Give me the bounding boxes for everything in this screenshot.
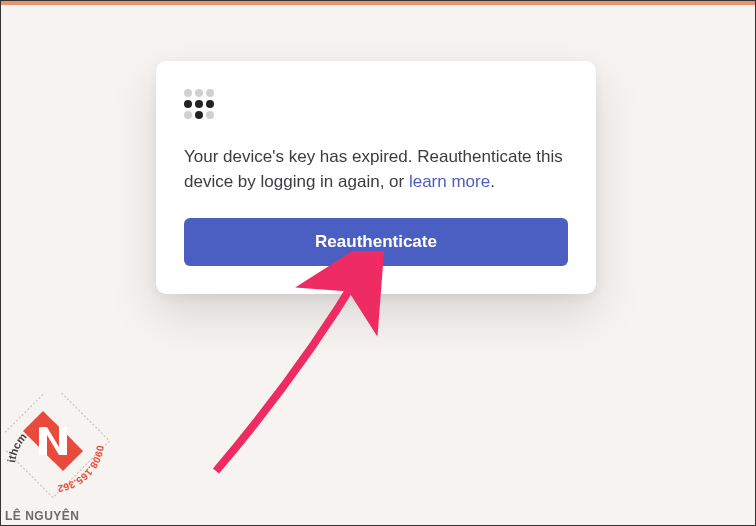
message-text-pre: Your device's key has expired. Reauthent… [184,147,563,191]
watermark-name: LÊ NGUYÊN [5,509,135,523]
reauthenticate-card: Your device's key has expired. Reauthent… [156,61,596,294]
svg-text:ithcm.vn: ithcm.vn [5,419,41,464]
svg-rect-1 [5,393,110,498]
watermark-phone: 0908.165.362 [56,445,106,495]
expiry-message: Your device's key has expired. Reauthent… [184,145,568,194]
watermark-logo-icon: ithcm.vn 0908.165.362 [5,393,125,503]
learn-more-link[interactable]: learn more [409,172,490,191]
reauthenticate-button[interactable]: Reauthenticate [184,218,568,266]
watermark-domain-suffix: .vn [20,419,41,439]
svg-text:0908.165.362: 0908.165.362 [56,445,106,495]
watermark-domain-prefix: ithcm [5,430,29,463]
top-accent-bar [1,1,755,5]
tailscale-logo-icon [184,89,568,119]
svg-marker-3 [43,421,83,471]
message-text-post: . [490,172,495,191]
svg-marker-2 [23,411,73,461]
watermark: ithcm.vn 0908.165.362 LÊ NGUYÊN [5,393,135,523]
